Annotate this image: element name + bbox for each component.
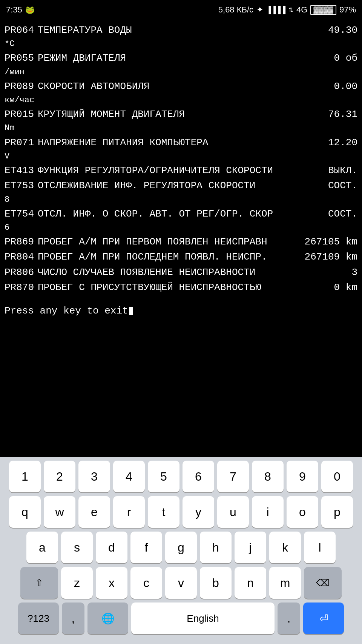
key-g[interactable]: g: [165, 532, 197, 563]
keyboard-row-3: ⇧ z x c v b n m ⌫: [2, 567, 360, 599]
bluetooth-icon: ✦: [256, 5, 263, 15]
table-row: PR055 РЕЖИМ ДВИГАТЕЛЯ 0 об: [5, 51, 357, 66]
key-2[interactable]: 2: [44, 461, 75, 492]
keyboard: 1 2 3 4 5 6 7 8 9 0 q w e r t y u i o p …: [0, 457, 362, 644]
arrows-icon: ⇅: [288, 6, 293, 14]
enter-button[interactable]: ⏎: [303, 603, 344, 634]
row-unit-pr089: км/час: [5, 94, 357, 107]
key-0[interactable]: 0: [321, 461, 353, 492]
battery-percent: 97%: [339, 5, 356, 15]
row-unit-et754: 6: [5, 221, 357, 234]
table-row: ET413 ФУНКЦИЯ РЕГУЛЯТОРА/ОГРАНИЧИТЕЛЯ СК…: [5, 163, 357, 178]
key-9[interactable]: 9: [287, 461, 318, 492]
status-speed: 5,68 КБ/с: [218, 5, 253, 15]
keyboard-row-1: q w e r t y u i o p: [2, 496, 360, 528]
key-d[interactable]: d: [96, 532, 127, 563]
key-i[interactable]: i: [252, 496, 284, 528]
key-a[interactable]: a: [26, 532, 58, 563]
key-b[interactable]: b: [200, 567, 232, 599]
key-k[interactable]: k: [269, 532, 301, 563]
table-row: PR015 КРУТЯЩИЙ МОМЕНТ ДВИГАТЕЛЯ 76.31: [5, 107, 357, 122]
key-6[interactable]: 6: [183, 461, 214, 492]
key-z[interactable]: z: [61, 567, 93, 599]
dot-key[interactable]: .: [278, 603, 300, 634]
signal-icon: ▐▐▐▐: [266, 6, 285, 14]
row-unit-pr064: *C: [5, 38, 357, 51]
shift-button[interactable]: ⇧: [20, 567, 58, 599]
key-p[interactable]: p: [321, 496, 353, 528]
status-right: 5,68 КБ/с ✦ ▐▐▐▐ ⇅ 4G ▓▓▓▓ 97%: [218, 5, 356, 15]
key-m[interactable]: m: [269, 567, 301, 599]
key-r[interactable]: r: [113, 496, 145, 528]
key-4[interactable]: 4: [113, 461, 145, 492]
key-5[interactable]: 5: [148, 461, 179, 492]
key-j[interactable]: j: [235, 532, 266, 563]
battery-icon: ▓▓▓▓: [310, 5, 336, 15]
key-h[interactable]: h: [200, 532, 232, 563]
keyboard-bottom-row: ?123 , 🌐 English . ⏎: [2, 603, 360, 634]
table-row: PR804 ПРОБЕГ А/М ПРИ ПОСЛЕДНЕМ ПОЯВЛ. НЕ…: [5, 249, 357, 264]
symbol-button[interactable]: ?123: [18, 603, 59, 634]
table-row: PR071 НАПРЯЖЕНИЕ ПИТАНИЯ КОМПЬЮТЕРА 12.2…: [5, 135, 357, 150]
key-t[interactable]: t: [148, 496, 179, 528]
key-x[interactable]: x: [96, 567, 127, 599]
keyboard-row-2: a s d f g h j k l: [2, 532, 360, 563]
status-time: 7:35: [6, 5, 22, 15]
key-f[interactable]: f: [130, 532, 162, 563]
row-unit-et753: 8: [5, 194, 357, 206]
key-7[interactable]: 7: [217, 461, 249, 492]
key-w[interactable]: w: [44, 496, 75, 528]
key-u[interactable]: u: [217, 496, 249, 528]
key-8[interactable]: 8: [252, 461, 284, 492]
cursor: [129, 307, 133, 315]
key-e[interactable]: e: [78, 496, 110, 528]
network-label: 4G: [296, 5, 307, 15]
table-row: ET754 ОТСЛ. ИНФ. О СКОР. АВТ. ОТ РЕГ/ОГР…: [5, 206, 357, 221]
key-o[interactable]: o: [287, 496, 318, 528]
key-3[interactable]: 3: [78, 461, 110, 492]
backspace-button[interactable]: ⌫: [304, 567, 342, 599]
key-q[interactable]: q: [9, 496, 41, 528]
globe-button[interactable]: 🌐: [87, 603, 128, 634]
key-n[interactable]: n: [235, 567, 266, 599]
frog-icon: 🐸: [25, 5, 35, 14]
comma-key[interactable]: ,: [62, 603, 84, 634]
key-y[interactable]: y: [183, 496, 214, 528]
exit-prompt: Press any key to exit: [5, 302, 357, 320]
key-c[interactable]: c: [130, 567, 162, 599]
row-unit-pr015: Nm: [5, 122, 357, 135]
keyboard-number-row: 1 2 3 4 5 6 7 8 9 0: [2, 461, 360, 492]
status-bar: 7:35 🐸 5,68 КБ/с ✦ ▐▐▐▐ ⇅ 4G ▓▓▓▓ 97%: [0, 0, 362, 20]
key-s[interactable]: s: [61, 532, 93, 563]
terminal: PR064 ТЕМПЕРАТУРА ВОДЫ 49.30 *C PR055 РЕ…: [0, 20, 362, 367]
status-left: 7:35 🐸: [6, 5, 35, 15]
row-unit-pr071: V: [5, 150, 357, 163]
table-row: PR869 ПРОБЕГ А/М ПРИ ПЕРВОМ ПОЯВЛЕН НЕИС…: [5, 234, 357, 249]
key-1[interactable]: 1: [9, 461, 41, 492]
table-row: PR089 СКОРОСТИ АВТОМОБИЛЯ 0.00: [5, 79, 357, 94]
table-row: ET753 ОТСЛЕЖИВАНИЕ ИНФ. РЕГУЛЯТОРА СКОРО…: [5, 178, 357, 193]
key-v[interactable]: v: [165, 567, 197, 599]
key-l[interactable]: l: [304, 532, 336, 563]
space-button[interactable]: English: [131, 603, 275, 634]
table-row: PR870 ПРОБЕГ С ПРИСУТСТВУЮЩЕЙ НЕИСПРАВНО…: [5, 280, 357, 295]
table-row: PR806 ЧИСЛО СЛУЧАЕВ ПОЯВЛЕНИЕ НЕИСПРАВНО…: [5, 265, 357, 280]
table-row: PR064 ТЕМПЕРАТУРА ВОДЫ 49.30: [5, 23, 357, 38]
row-unit-pr055: /мин: [5, 66, 357, 79]
